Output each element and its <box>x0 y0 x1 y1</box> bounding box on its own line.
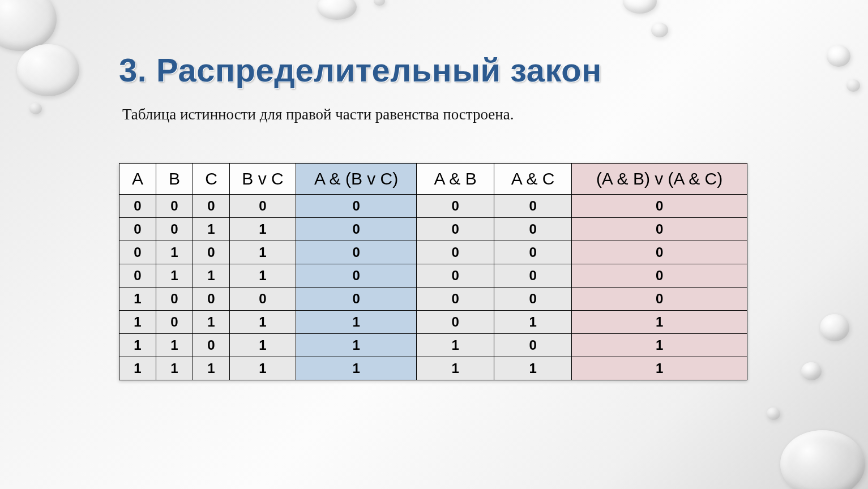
bubble-decoration <box>0 0 57 51</box>
bubble-decoration <box>820 314 849 341</box>
table-cell: 0 <box>572 264 747 288</box>
table-cell: 0 <box>494 241 572 264</box>
table-header-row: A B C B v C A & (B v C) A & B A & C (A &… <box>119 164 747 195</box>
table-cell: 0 <box>296 195 417 218</box>
table-cell: 1 <box>119 357 156 380</box>
table-cell: 1 <box>417 334 494 357</box>
col-header: B <box>156 164 193 195</box>
table-cell: 1 <box>230 241 296 264</box>
table-cell: 0 <box>156 288 193 311</box>
table-cell: 0 <box>193 195 230 218</box>
table-cell: 0 <box>230 195 296 218</box>
table-cell: 1 <box>193 311 230 334</box>
table-cell: 0 <box>296 264 417 288</box>
bubble-decoration <box>827 45 850 67</box>
table-cell: 0 <box>156 195 193 218</box>
table-cell: 0 <box>572 241 747 264</box>
bubble-decoration <box>651 23 668 37</box>
table-cell: 1 <box>230 311 296 334</box>
table-cell: 1 <box>417 357 494 380</box>
col-header: A & C <box>494 164 572 195</box>
table-cell: 0 <box>193 241 230 264</box>
table-row: 00000000 <box>119 195 747 218</box>
table-cell: 0 <box>119 218 156 241</box>
table-cell: 1 <box>156 357 193 380</box>
table-cell: 0 <box>193 334 230 357</box>
table-cell: 0 <box>417 218 494 241</box>
bubble-decoration <box>29 103 42 114</box>
table-cell: 0 <box>156 218 193 241</box>
table-cell: 1 <box>193 357 230 380</box>
table-cell: 0 <box>417 195 494 218</box>
table-cell: 0 <box>156 311 193 334</box>
table-body: 0000000000110000010100000111000010000000… <box>119 195 747 380</box>
table-cell: 0 <box>193 288 230 311</box>
table-cell: 1 <box>156 264 193 288</box>
table-cell: 0 <box>494 334 572 357</box>
table-cell: 1 <box>494 311 572 334</box>
slide-subtitle: Таблица истинности для правой части раве… <box>122 106 794 123</box>
table-cell: 1 <box>572 357 747 380</box>
table-cell: 0 <box>230 288 296 311</box>
table-cell: 0 <box>417 264 494 288</box>
table-cell: 0 <box>296 241 417 264</box>
col-header: B v C <box>230 164 296 195</box>
table-cell: 1 <box>494 357 572 380</box>
truth-table: A B C B v C A & (B v C) A & B A & C (A &… <box>119 163 747 380</box>
col-header: A <box>119 164 156 195</box>
col-header: A & (B v C) <box>296 164 417 195</box>
table-cell: 1 <box>193 218 230 241</box>
table-cell: 1 <box>119 311 156 334</box>
bubble-decoration <box>17 44 79 96</box>
bubble-decoration <box>767 408 780 420</box>
bubble-decoration <box>623 0 657 14</box>
col-header: (A & B) v (A & C) <box>572 164 747 195</box>
table-cell: 0 <box>494 195 572 218</box>
table-row: 01010000 <box>119 241 747 264</box>
table-cell: 0 <box>119 264 156 288</box>
col-header: C <box>193 164 230 195</box>
bubble-decoration <box>374 0 385 6</box>
bubble-decoration <box>846 79 860 92</box>
table-cell: 1 <box>572 334 747 357</box>
table-cell: 0 <box>572 195 747 218</box>
table-cell: 1 <box>119 334 156 357</box>
table-cell: 0 <box>296 288 417 311</box>
table-cell: 0 <box>494 218 572 241</box>
table-row: 00110000 <box>119 218 747 241</box>
table-cell: 1 <box>230 357 296 380</box>
table-cell: 1 <box>572 311 747 334</box>
slide-content: 3. Распределительный закон Таблица истин… <box>119 51 794 380</box>
table-cell: 0 <box>494 264 572 288</box>
table-cell: 1 <box>296 334 417 357</box>
table-cell: 0 <box>296 218 417 241</box>
table-cell: 0 <box>119 241 156 264</box>
bubble-decoration <box>801 362 822 380</box>
slide-title: 3. Распределительный закон <box>119 51 794 89</box>
table-row: 10000000 <box>119 288 747 311</box>
bubble-decoration <box>780 430 865 489</box>
table-row: 11011101 <box>119 334 747 357</box>
table-cell: 0 <box>494 288 572 311</box>
table-cell: 1 <box>193 264 230 288</box>
table-cell: 1 <box>296 311 417 334</box>
table-cell: 1 <box>230 264 296 288</box>
table-cell: 0 <box>119 195 156 218</box>
table-row: 10111011 <box>119 311 747 334</box>
table-cell: 0 <box>572 218 747 241</box>
col-header: A & B <box>417 164 494 195</box>
table-cell: 1 <box>156 241 193 264</box>
table-cell: 1 <box>230 218 296 241</box>
table-cell: 0 <box>417 311 494 334</box>
table-cell: 0 <box>572 288 747 311</box>
table-row: 11111111 <box>119 357 747 380</box>
table-cell: 0 <box>417 241 494 264</box>
bubble-decoration <box>317 0 357 20</box>
table-cell: 1 <box>296 357 417 380</box>
table-cell: 1 <box>119 288 156 311</box>
table-row: 01110000 <box>119 264 747 288</box>
table-cell: 1 <box>156 334 193 357</box>
table-cell: 0 <box>417 288 494 311</box>
table-cell: 1 <box>230 334 296 357</box>
